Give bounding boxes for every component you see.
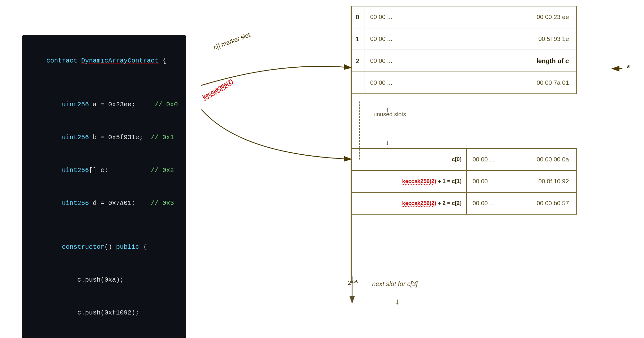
marker-slot-label: c[] marker slot [213,31,251,51]
slot-right-2: length of c [403,50,576,72]
code-panel: contract DynamicArrayContract { uint256 … [22,35,186,338]
unused-arrow-down: ↓ [386,139,389,147]
code-line-a: uint256 a = 0x23ee; // 0x0 [31,88,177,121]
code-line-constructor: constructor() public { [31,231,177,264]
upper-storage-area: 0 00 00 ... 00 00 23 ee 1 00 00 ... 00 5… [280,6,619,94]
code-line-b: uint256 b = 0x5f931e; // 0x1 [31,121,177,154]
lower-right-c0: 00 00 00 0a [505,149,576,170]
code-line-c: uint256[] c; // 0x2 [31,154,177,187]
table-row-2: 2 00 00 ... length of c [351,50,576,72]
two-exp-label: 2256 [348,279,358,286]
lower-slot-table: c[0] 00 00 ... 00 00 00 0a keccak256(2) … [351,148,577,215]
lower-right-c1: 00 0f 10 92 [505,170,576,192]
slot-right-0: 00 00 23 ee [403,6,576,28]
code-line-blank2 [31,220,177,231]
lower-label-c2: keccak256(2) + 2 = c[2] [351,192,466,214]
unused-arrow-up: ↑ [386,106,389,114]
upper-slot-table: 0 00 00 ... 00 00 23 ee 1 00 00 ... 00 5… [351,6,577,94]
slot-index-3 [351,72,364,94]
slot-left-0: 00 00 ... [364,6,403,28]
table-row-3: 00 00 ... 00 00 7a 01 [351,72,576,94]
slot-left-2: 00 00 ... [364,50,403,72]
lower-storage-area: c[0] 00 00 ... 00 00 00 0a keccak256(2) … [280,148,619,215]
table-row-0: 0 00 00 ... 00 00 23 ee [351,6,576,28]
code-line-push-f1092: c.push(0xf1092); [31,296,177,329]
keccak-label-c1: keccak256(2) [402,178,436,184]
slot-right-3: 00 00 7a 01 [403,72,576,94]
lower-left-c1: 00 00 ... [466,170,505,192]
code-line-d: uint256 d = 0x7a01; // 0x3 [31,187,177,220]
lower-label-c1: keccak256(2) + 1 = c[1] [351,170,466,192]
keyword-contract: contract [46,57,81,64]
next-slot-arrow: ↓ [395,296,399,306]
keccak-diagonal-label: keccak256(2) [201,78,234,101]
star-annotation: * [627,63,630,73]
keccak-label-c2: keccak256(2) [402,200,436,206]
lower-left-c2: 00 00 ... [466,192,505,214]
slot-index-1: 1 [351,28,364,50]
slot-index-0: 0 [351,6,364,28]
next-slot-label: next slot for c[3] [372,280,418,288]
lower-table-row-c1: keccak256(2) + 1 = c[1] 00 00 ... 00 0f … [351,170,576,192]
code-line-push-a: c.push(0xa); [31,264,177,296]
lower-table-row-c0: c[0] 00 00 ... 00 00 00 0a [351,149,576,170]
slot-index-2: 2 [351,50,364,72]
lower-right-c2: 00 00 b0 57 [505,192,576,214]
lower-table-row-c2: keccak256(2) + 2 = c[2] 00 00 ... 00 00 … [351,192,576,214]
length-of-c-label: length of c [536,57,569,64]
code-line-push-b057: c.push(0xb057); [31,329,177,338]
code-line-blank1 [31,77,177,88]
unused-slots-label: unused slots [364,111,416,118]
code-line-1: contract DynamicArrayContract { [31,44,177,77]
table-row-1: 1 00 00 ... 00 5f 93 1e [351,28,576,50]
slot-left-1: 00 00 ... [364,28,403,50]
slot-left-3: 00 00 ... [364,72,403,94]
slot-right-1: 00 5f 93 1e [403,28,576,50]
contract-name: DynamicArrayContract [81,57,159,64]
lower-left-c0: 00 00 ... [466,149,505,170]
lower-label-c0: c[0] [351,149,466,170]
